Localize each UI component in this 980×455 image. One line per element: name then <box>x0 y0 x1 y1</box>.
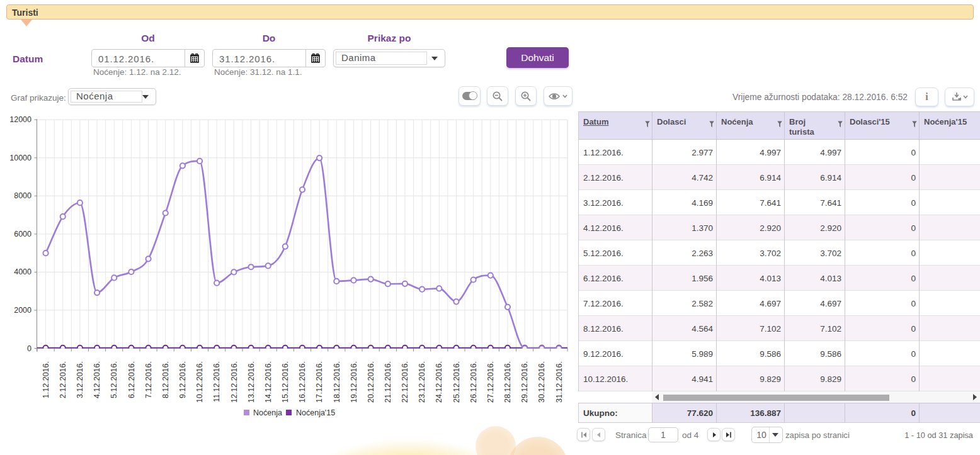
svg-text:15.12.2016.: 15.12.2016. <box>281 361 290 403</box>
svg-text:Noćenja'15: Noćenja'15 <box>296 408 335 417</box>
svg-text:10.12.2016.: 10.12.2016. <box>195 361 204 403</box>
svg-text:9.12.2016.: 9.12.2016. <box>178 361 187 398</box>
svg-text:12.12.2016.: 12.12.2016. <box>230 361 239 403</box>
svg-text:4.12.2016.: 4.12.2016. <box>93 361 101 398</box>
svg-text:28.12.2016.: 28.12.2016. <box>503 361 512 403</box>
svg-text:8000: 8000 <box>14 191 31 200</box>
svg-text:7.12.2016.: 7.12.2016. <box>144 361 153 398</box>
svg-text:21.12.2016.: 21.12.2016. <box>384 361 392 403</box>
svg-text:14.12.2016.: 14.12.2016. <box>264 361 273 403</box>
svg-text:31.12.2016.: 31.12.2016. <box>555 361 564 403</box>
svg-text:6000: 6000 <box>14 230 31 239</box>
svg-text:20.12.2016.: 20.12.2016. <box>367 361 375 403</box>
svg-text:27.12.2016.: 27.12.2016. <box>486 361 495 403</box>
svg-text:12000: 12000 <box>9 115 31 124</box>
svg-text:2.12.2016.: 2.12.2016. <box>59 361 67 398</box>
svg-text:23.12.2016.: 23.12.2016. <box>418 361 426 403</box>
svg-text:11.12.2016.: 11.12.2016. <box>212 361 221 402</box>
svg-text:29.12.2016.: 29.12.2016. <box>520 361 529 403</box>
svg-text:6.12.2016.: 6.12.2016. <box>127 361 136 398</box>
svg-text:30.12.2016.: 30.12.2016. <box>537 361 546 403</box>
svg-text:25.12.2016.: 25.12.2016. <box>452 361 461 403</box>
svg-text:3.12.2016.: 3.12.2016. <box>76 361 84 398</box>
svg-text:8.12.2016.: 8.12.2016. <box>161 361 170 398</box>
svg-text:10000: 10000 <box>9 154 31 162</box>
svg-text:0: 0 <box>27 344 31 353</box>
svg-text:1.12.2016.: 1.12.2016. <box>42 361 50 398</box>
svg-text:26.12.2016.: 26.12.2016. <box>469 361 478 403</box>
svg-text:22.12.2016.: 22.12.2016. <box>401 361 409 403</box>
svg-text:18.12.2016.: 18.12.2016. <box>333 361 341 403</box>
svg-text:13.12.2016.: 13.12.2016. <box>247 361 256 403</box>
svg-text:19.12.2016.: 19.12.2016. <box>350 361 358 403</box>
svg-text:17.12.2016.: 17.12.2016. <box>315 361 324 403</box>
svg-text:4000: 4000 <box>14 267 31 276</box>
svg-text:2000: 2000 <box>14 306 31 315</box>
svg-text:Noćenja: Noćenja <box>253 408 282 417</box>
svg-text:24.12.2016.: 24.12.2016. <box>435 361 443 403</box>
svg-text:5.12.2016.: 5.12.2016. <box>110 361 118 398</box>
svg-text:16.12.2016.: 16.12.2016. <box>298 361 307 403</box>
